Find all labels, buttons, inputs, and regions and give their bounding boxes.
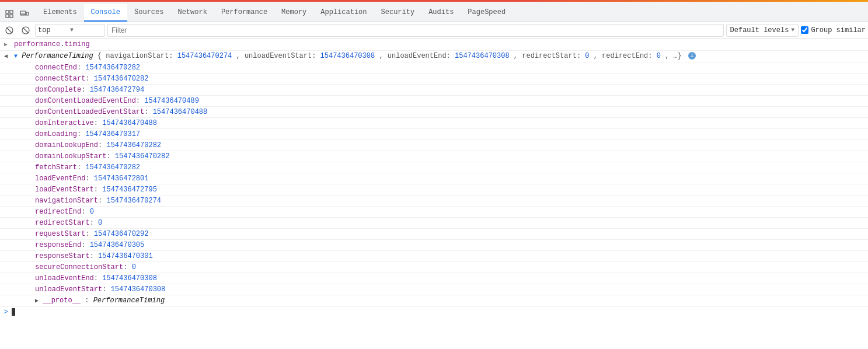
prop-content-unloadEventStart[interactable]: unloadEventStart: 1547436470308	[12, 285, 868, 294]
prop-value: 1547436470488	[102, 119, 157, 127]
tab-pagespeed[interactable]: PageSpeed	[461, 4, 513, 22]
unload-end-prop: unloadEventEnd: 1547436470308	[388, 52, 510, 60]
prop-icon	[0, 240, 12, 241]
prop-icon	[0, 74, 12, 75]
group-similar-label: Group similar	[811, 26, 866, 34]
proto-expand-icon[interactable]: ▶	[35, 298, 39, 304]
prompt-cursor	[12, 308, 15, 316]
tab-audits[interactable]: Audits	[421, 4, 461, 22]
prop-icon	[0, 118, 12, 119]
redirect-end-prop: redirectEnd: 0	[602, 52, 661, 60]
proto-colon: :	[85, 296, 93, 305]
obj-brace-open: {	[97, 52, 102, 60]
prop-value: 1547436470308	[111, 285, 166, 294]
prop-value: 1547436470488	[153, 108, 208, 116]
tab-console[interactable]: Console	[84, 4, 127, 22]
proto-content[interactable]: ▶ __proto__ : PerformanceTiming	[12, 296, 868, 306]
prop-row-responseStart: responseStart: 1547436470301	[0, 251, 868, 262]
prop-icon	[0, 218, 12, 219]
tab-elements[interactable]: Elements	[36, 4, 84, 22]
back-arrow-icon: ◀	[0, 51, 12, 61]
prop-name: unloadEventEnd	[35, 274, 94, 282]
unload-start-prop: unloadEventStart: 1547436470308	[245, 52, 375, 60]
prop-content-domLoading[interactable]: domLoading: 1547436470317	[12, 130, 868, 139]
prop-content-domContentLoadedEventStart[interactable]: domContentLoadedEventStart: 154743647048…	[12, 107, 868, 117]
prop-content-responseStart[interactable]: responseStart: 1547436470301	[12, 252, 868, 261]
prop-content-domainLookupStart[interactable]: domainLookupStart: 1547436470282	[12, 152, 868, 161]
prop-content-connectStart[interactable]: connectStart: 1547436470282	[12, 74, 868, 83]
prop-value: 0	[132, 263, 136, 271]
tab-network[interactable]: Network	[170, 4, 214, 22]
perf-timing-label: performance.timing	[14, 40, 90, 48]
levels-arrow-icon: ▼	[791, 27, 794, 33]
tab-bar: ElementsConsoleSourcesNetworkPerformance…	[0, 2, 868, 22]
prop-value: 1547436470282	[115, 152, 170, 160]
prop-content-domContentLoadedEventEnd[interactable]: domContentLoadedEventEnd: 1547436470489	[12, 96, 868, 106]
clear-console-icon[interactable]	[2, 23, 16, 37]
prop-content-domInteractive[interactable]: domInteractive: 1547436470488	[12, 118, 868, 128]
tab-memory[interactable]: Memory	[274, 4, 313, 22]
prop-content-secureConnectionStart[interactable]: secureConnectionStart: 0	[12, 263, 868, 272]
svg-rect-1	[10, 11, 13, 13]
prop-value: 1547436470305	[90, 241, 145, 249]
prop-content-requestStart[interactable]: requestStart: 1547436470292	[12, 229, 868, 239]
prop-row-connectEnd: connectEnd: 1547436470282	[0, 62, 868, 74]
group-similar-checkbox[interactable]	[801, 26, 808, 34]
prop-name: redirectStart	[35, 219, 90, 227]
block-icon[interactable]	[19, 23, 33, 37]
prop-content-connectEnd[interactable]: connectEnd: 1547436470282	[12, 63, 868, 72]
toolbar: top ▼ Default levels ▼ Group similar	[0, 22, 868, 39]
prop-row-unloadEventEnd: unloadEventEnd: 1547436470308	[0, 273, 868, 284]
prop-value: 1547436472795	[102, 186, 157, 194]
context-selector[interactable]: top ▼	[35, 24, 105, 37]
filter-input[interactable]	[107, 24, 724, 37]
device-toggle-icon[interactable]	[18, 7, 32, 21]
proto-row: ▶ __proto__ : PerformanceTiming	[0, 295, 868, 307]
performance-timing-object-row: ◀ ▼ PerformanceTiming { navigationStart:…	[0, 51, 868, 62]
prop-name: requestStart	[35, 230, 85, 238]
prop-icon	[0, 196, 12, 197]
prop-icon	[0, 207, 12, 208]
prop-name: secureConnectionStart	[35, 263, 123, 271]
levels-selector[interactable]: Default levels ▼	[726, 24, 799, 37]
prop-value: 1547436470282	[106, 141, 161, 149]
prop-content-domainLookupEnd[interactable]: domainLookupEnd: 1547436470282	[12, 141, 868, 150]
expand-icon[interactable]: ▼	[14, 53, 18, 60]
prop-content-loadEventEnd[interactable]: loadEventEnd: 1547436472801	[12, 174, 868, 183]
proto-icon	[0, 296, 12, 296]
prop-icon	[0, 285, 12, 285]
prop-content-navigationStart[interactable]: navigationStart: 1547436470274	[12, 196, 868, 205]
console-content: ▶ performance.timing ◀ ▼ PerformanceTimi…	[0, 39, 868, 349]
prop-row-domContentLoadedEventStart: domContentLoadedEventStart: 154743647048…	[0, 107, 868, 118]
tab-security[interactable]: Security	[374, 4, 422, 22]
object-row-content[interactable]: ▼ PerformanceTiming { navigationStart: 1…	[12, 51, 868, 61]
tab-sources[interactable]: Sources	[127, 4, 170, 22]
prop-icon	[0, 141, 12, 141]
prop-content-redirectEnd[interactable]: redirectEnd: 0	[12, 207, 868, 217]
devtools-icons	[2, 7, 32, 21]
prop-content-loadEventStart[interactable]: loadEventStart: 1547436472795	[12, 185, 868, 194]
prop-value: 1547436470282	[94, 75, 149, 83]
prop-content-redirectStart[interactable]: redirectStart: 0	[12, 218, 868, 228]
prop-content-fetchStart[interactable]: fetchStart: 1547436470282	[12, 163, 868, 172]
prop-value: 1547436470308	[102, 274, 157, 282]
tab-performance[interactable]: Performance	[214, 4, 274, 22]
redirect-start-prop: redirectStart: 0	[522, 52, 589, 60]
prop-row-domInteractive: domInteractive: 1547436470488	[0, 118, 868, 129]
row-content[interactable]: performance.timing	[12, 40, 868, 49]
prop-content-unloadEventEnd[interactable]: unloadEventEnd: 1547436470308	[12, 274, 868, 283]
levels-label: Default levels	[730, 26, 789, 34]
svg-rect-2	[6, 15, 9, 18]
nav-start-prop: navigationStart: 1547436470274	[106, 52, 232, 60]
prop-name: domLoading	[35, 130, 77, 138]
prop-value: 0	[98, 219, 102, 227]
prop-value: 1547436470301	[98, 252, 153, 260]
prop-content-domComplete[interactable]: domComplete: 1547436472794	[12, 85, 868, 95]
prop-row-secureConnectionStart: secureConnectionStart: 0	[0, 262, 868, 273]
prompt-row[interactable]: >	[0, 307, 868, 317]
tab-application[interactable]: Application	[313, 4, 374, 22]
prop-content-responseEnd[interactable]: responseEnd: 1547436470305	[12, 240, 868, 250]
prop-value: 1547436470317	[85, 130, 140, 138]
inspect-icon[interactable]	[2, 7, 16, 21]
info-icon[interactable]: i	[688, 52, 696, 60]
